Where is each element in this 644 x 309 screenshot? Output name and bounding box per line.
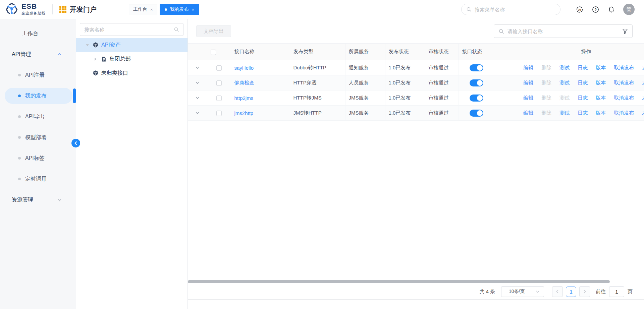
interface-name-link[interactable]: 健康检查	[234, 80, 255, 85]
collapse-sidebar-button[interactable]	[71, 139, 80, 147]
action-link[interactable]: 日志	[578, 110, 588, 116]
interface-status-toggle[interactable]	[470, 95, 483, 102]
tree-search-input[interactable]	[84, 27, 174, 33]
tree-caret-icon[interactable]	[93, 56, 98, 62]
row-checkbox[interactable]	[216, 80, 222, 86]
header-tab[interactable]: 工作台×	[129, 4, 157, 15]
export-docs-button[interactable]: 文档导出	[196, 25, 231, 37]
document-icon	[101, 56, 107, 62]
close-tab-icon[interactable]: ×	[192, 7, 195, 12]
sidebar-item[interactable]: 工作台	[0, 23, 76, 44]
action-link[interactable]: 编辑	[523, 95, 533, 101]
bottom-strip	[188, 300, 644, 309]
tree-node[interactable]: 集团总部	[76, 52, 187, 66]
help-icon[interactable]: ?	[592, 6, 599, 13]
action-link[interactable]: 发布	[642, 95, 644, 101]
total-count-label: 共 4 条	[479, 289, 495, 295]
action-link[interactable]: 版本	[596, 95, 606, 101]
tree-search-box[interactable]	[80, 23, 183, 36]
expand-row-icon[interactable]	[195, 111, 200, 115]
tree-node-label: API资产	[101, 42, 121, 49]
action-link[interactable]: 编辑	[523, 65, 533, 71]
goto-page-input[interactable]	[609, 286, 624, 297]
interface-name-link[interactable]: http2jms	[234, 95, 254, 101]
sidebar-subitem[interactable]: API注册	[0, 65, 76, 85]
filter-funnel-icon[interactable]	[622, 28, 628, 34]
tree-caret-icon[interactable]	[85, 42, 90, 48]
action-link[interactable]: 版本	[596, 80, 606, 86]
sidebar-group[interactable]: 资源管理	[0, 189, 76, 210]
action-link[interactable]: 发布	[642, 110, 644, 116]
notifications-bell-icon[interactable]	[607, 6, 615, 13]
action-link: 删除	[541, 80, 551, 86]
expand-row-icon[interactable]	[195, 65, 200, 70]
close-tab-icon[interactable]: ×	[150, 7, 153, 12]
action-link[interactable]: 取消发布	[614, 95, 634, 101]
current-page-button[interactable]: 1	[566, 287, 576, 297]
interface-name-link[interactable]: sayHello	[234, 65, 254, 71]
expand-row-icon[interactable]	[195, 80, 200, 85]
select-all-header	[207, 44, 231, 60]
interface-search-input[interactable]	[507, 28, 619, 34]
interface-status-toggle[interactable]	[470, 79, 483, 86]
action-link[interactable]: 日志	[578, 95, 588, 101]
action-link[interactable]: 取消发布	[614, 110, 634, 116]
action-link[interactable]: 取消发布	[614, 80, 634, 86]
goto-label: 前往	[596, 289, 606, 295]
action-link[interactable]: 编辑	[523, 80, 533, 86]
page-unit-label: 页	[628, 289, 633, 295]
action-link[interactable]: 版本	[596, 110, 606, 116]
tree-node[interactable]: API资产	[76, 38, 187, 52]
select-all-checkbox[interactable]	[211, 50, 216, 55]
cube-icon	[93, 70, 99, 76]
action-link[interactable]: 发布	[642, 80, 644, 86]
action-link[interactable]: 日志	[578, 80, 588, 86]
interface-status-toggle[interactable]	[470, 110, 483, 117]
ai-assistant-icon[interactable]: AI	[576, 6, 583, 13]
sidebar-subitem-inner: API导出	[5, 109, 72, 125]
search-icon	[174, 27, 179, 32]
interface-state-cell	[459, 75, 508, 90]
row-checkbox[interactable]	[216, 65, 222, 71]
sidebar-subitem[interactable]: API标签	[0, 148, 76, 169]
action-link[interactable]: 发布	[642, 65, 644, 71]
sidebar-subitem[interactable]: 我的发布	[0, 85, 76, 106]
next-page-button[interactable]	[579, 286, 590, 297]
user-avatar[interactable]: 管	[623, 4, 635, 15]
main-content: 文档导出	[188, 19, 644, 309]
sidebar-subitem[interactable]: 定时调用	[0, 169, 76, 189]
interface-status-toggle[interactable]	[470, 64, 483, 71]
interface-name-link[interactable]: jms2http	[234, 110, 254, 116]
esb-logo-icon	[5, 2, 19, 16]
row-checkbox[interactable]	[216, 96, 222, 101]
action-link[interactable]: 测试	[559, 80, 570, 86]
prev-page-button[interactable]	[552, 286, 563, 297]
chevron-down-icon	[57, 198, 62, 202]
tree-node[interactable]: 未归类接口	[76, 66, 187, 80]
menu-search-box[interactable]	[461, 4, 560, 15]
header-tab[interactable]: 我的发布×	[160, 4, 200, 15]
portal-brand: 开发门户	[59, 5, 97, 14]
scrollbar-thumb[interactable]	[188, 280, 610, 283]
action-link[interactable]: 取消发布	[614, 65, 634, 71]
action-link[interactable]: 编辑	[523, 110, 533, 116]
interface-search-box[interactable]	[494, 24, 633, 38]
sidebar-group[interactable]: API管理	[0, 44, 76, 65]
interface-state-cell	[459, 90, 508, 106]
expand-row-icon[interactable]	[195, 96, 200, 100]
horizontal-scrollbar[interactable]	[188, 279, 644, 284]
service-cell: 人员服务	[345, 75, 385, 90]
table-header-row: 接口名称 发布类型 所属服务 发布状态 审核状态 接口状态 操作	[188, 44, 644, 60]
action-link[interactable]: 版本	[596, 65, 606, 71]
sidebar-subitem[interactable]: 模型部署	[0, 127, 76, 148]
page-size-select[interactable]: 10条/页	[501, 286, 544, 297]
action-link[interactable]: 日志	[578, 65, 588, 71]
row-checkbox[interactable]	[216, 111, 222, 116]
action-link[interactable]: 测试	[559, 65, 570, 71]
action-link[interactable]: 测试	[559, 110, 570, 116]
action-link: 删除	[541, 110, 551, 116]
menu-search-input[interactable]	[475, 7, 555, 12]
col-interface-name: 接口名称	[231, 44, 290, 60]
bullet-dot-icon	[18, 157, 21, 160]
sidebar-subitem[interactable]: API导出	[0, 106, 76, 127]
